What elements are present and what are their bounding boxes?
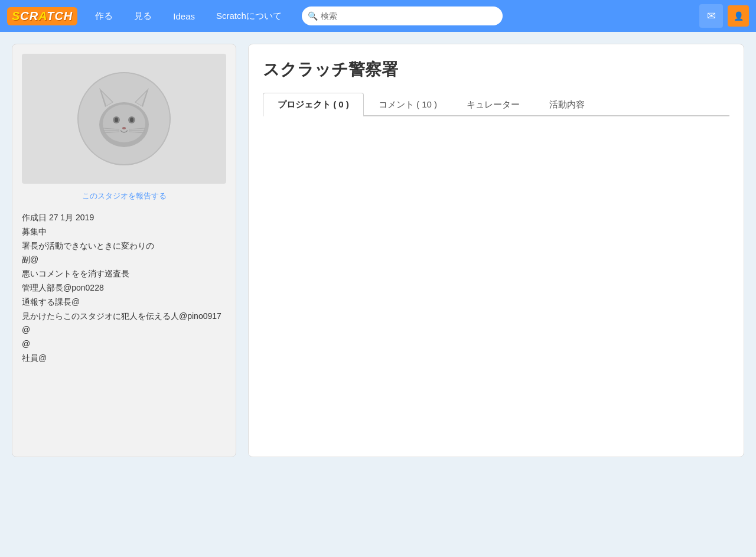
content-area: スクラッチ警察署 プロジェクト ( 0 ) コメント ( 10 ) キュレーター… (248, 44, 744, 457)
nav-about-link[interactable]: Scratchについて (206, 0, 292, 32)
tab-curators[interactable]: キュレーター (452, 93, 535, 116)
nav-explore-link[interactable]: 見る (123, 0, 162, 32)
studio-image (22, 54, 226, 184)
report-studio-link[interactable]: このスタジオを報告する (22, 191, 226, 201)
nav-create-link[interactable]: 作る (84, 0, 123, 32)
studio-title: スクラッチ警察署 (263, 58, 729, 81)
svg-point-11 (122, 127, 126, 129)
tabs-row: プロジェクト ( 0 ) コメント ( 10 ) キュレーター 活動内容 (263, 93, 729, 116)
search-wrapper: 🔍 (302, 6, 503, 25)
main-layout: このスタジオを報告する 作成日 27 1月 2019募集中署長が活動できないとき… (0, 32, 756, 469)
search-input[interactable] (302, 6, 503, 25)
user-avatar-icon: 👤 (734, 11, 744, 21)
tab-comments[interactable]: コメント ( 10 ) (364, 93, 452, 116)
nav-ideas-link[interactable]: Ideas (162, 0, 206, 32)
navbar-right: ✉ 👤 (699, 4, 749, 28)
search-icon: 🔍 (308, 11, 318, 21)
sidebar: このスタジオを報告する 作成日 27 1月 2019募集中署長が活動できないとき… (12, 44, 236, 457)
sidebar-description: 作成日 27 1月 2019募集中署長が活動できないときに変わりの副@悪いコメン… (22, 211, 224, 366)
svg-point-10 (130, 118, 133, 122)
cat-avatar-svg (77, 71, 171, 166)
navbar: SCRATCH 作る 見る Ideas Scratchについて 🔍 ✉ 👤 (0, 0, 756, 32)
tab-projects[interactable]: プロジェクト ( 0 ) (263, 93, 364, 116)
sidebar-description-scroll: 作成日 27 1月 2019募集中署長が活動できないときに変わりの副@悪いコメン… (22, 211, 226, 366)
user-menu-button[interactable]: 👤 (728, 5, 749, 27)
tab-activity[interactable]: 活動内容 (535, 93, 599, 116)
svg-point-9 (115, 118, 118, 122)
mail-icon: ✉ (707, 9, 716, 22)
svg-point-6 (103, 105, 145, 142)
messages-button[interactable]: ✉ (699, 4, 723, 28)
scratch-logo[interactable]: SCRATCH (7, 7, 77, 25)
